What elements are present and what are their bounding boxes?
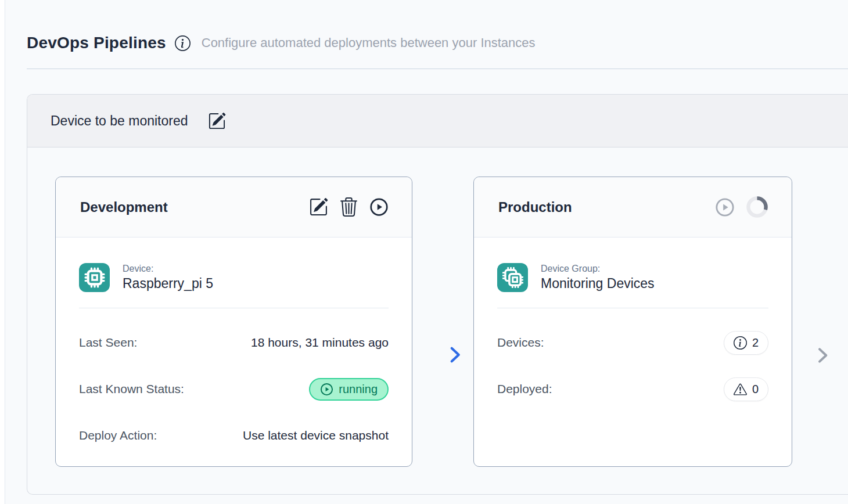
- device-info: Device: Raspberry_pi 5: [123, 264, 213, 291]
- deployed-label: Deployed:: [497, 382, 552, 396]
- play-circle-icon[interactable]: [715, 197, 735, 217]
- trash-icon[interactable]: [339, 197, 358, 217]
- production-card-title: Production: [498, 199, 572, 215]
- last-seen-label: Last Seen:: [79, 336, 137, 350]
- device-group-info: Device Group: Monitoring Devices: [541, 264, 655, 291]
- deployed-row: Deployed: 0: [497, 377, 768, 401]
- loading-spinner: [746, 196, 768, 218]
- devices-label: Devices:: [497, 336, 544, 350]
- device-group-name: Monitoring Devices: [541, 276, 655, 291]
- last-seen-row: Last Seen: 18 hours, 31 minutes ago: [79, 330, 389, 355]
- device-group-label: Device Group:: [541, 264, 655, 274]
- development-card-header: Development: [56, 177, 412, 237]
- last-known-status-row: Last Known Status: running: [79, 377, 389, 401]
- production-card-body: Device Group: Monitoring Devices Devices…: [474, 263, 792, 401]
- device-name: Raspberry_pi 5: [123, 276, 213, 291]
- deploy-action-value: Use latest device snapshot: [243, 429, 389, 442]
- panel-body: Development: [27, 147, 848, 495]
- device-group-row: Device Group: Monitoring Devices: [497, 263, 768, 292]
- chevron-right-icon[interactable]: [444, 344, 465, 365]
- deployed-count: 0: [752, 383, 759, 396]
- chip-icon: [79, 263, 110, 292]
- deployed-count-pill[interactable]: 0: [724, 377, 768, 401]
- card-divider: [497, 308, 768, 308]
- pipeline-panel: Device to be monitored Development: [27, 94, 848, 495]
- deploy-action-label: Deploy Action:: [79, 429, 157, 442]
- devices-count: 2: [752, 336, 759, 350]
- development-card-body: Device: Raspberry_pi 5 Last Seen: 18 hou…: [56, 263, 412, 448]
- play-circle-icon: [320, 383, 333, 396]
- edit-square-icon[interactable]: [309, 197, 328, 217]
- last-known-status-label: Last Known Status:: [79, 382, 184, 396]
- device-label: Device:: [123, 264, 213, 274]
- play-circle-icon[interactable]: [369, 197, 389, 217]
- last-seen-value: 18 hours, 31 minutes ago: [251, 336, 389, 350]
- production-stage-card: Production: [473, 177, 792, 467]
- status-badge-label: running: [339, 383, 378, 396]
- devices-count-pill[interactable]: 2: [724, 331, 768, 355]
- info-circle-icon: [734, 336, 747, 350]
- development-stage-card: Development: [55, 177, 412, 467]
- card-divider: [79, 308, 389, 308]
- warning-triangle-icon: [734, 383, 747, 396]
- development-card-actions: [309, 197, 389, 217]
- deploy-action-row: Deploy Action: Use latest device snapsho…: [79, 423, 389, 448]
- status-badge: running: [309, 378, 389, 401]
- chip-group-icon: [497, 263, 528, 292]
- chevron-right-icon[interactable]: [813, 345, 832, 365]
- development-card-title: Development: [80, 199, 168, 215]
- production-card-actions: [715, 196, 768, 218]
- devices-row: Devices: 2: [497, 330, 768, 355]
- device-row: Device: Raspberry_pi 5: [79, 263, 389, 292]
- production-card-header: Production: [474, 177, 792, 237]
